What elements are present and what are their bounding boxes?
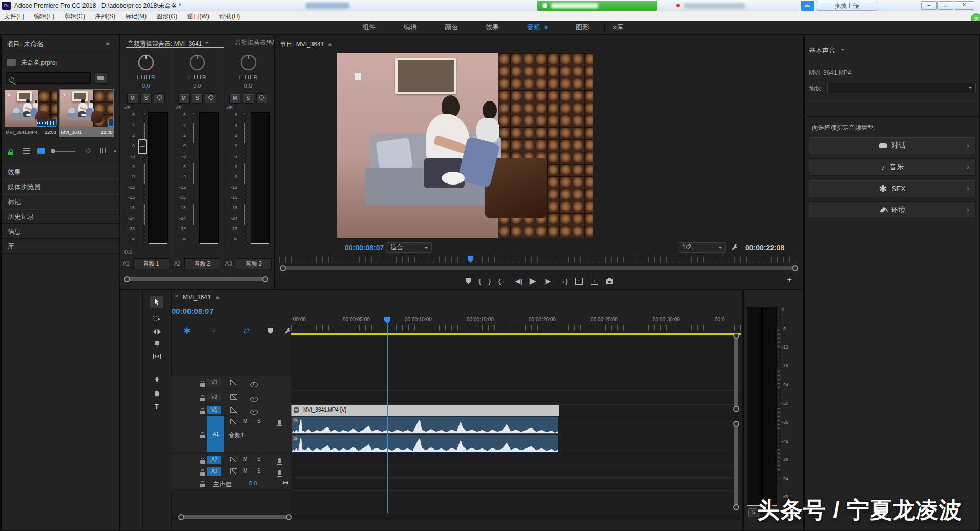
side-panel-tab[interactable]: 信息 bbox=[2, 224, 119, 239]
panel-menu-icon[interactable]: ≡ bbox=[216, 294, 219, 301]
fader-track[interactable] bbox=[142, 113, 145, 242]
pan-value[interactable]: 0.0 bbox=[120, 83, 172, 89]
mute-track-button[interactable]: M bbox=[243, 468, 247, 474]
hand-tool[interactable] bbox=[150, 387, 163, 399]
program-h-scrollbar[interactable] bbox=[282, 266, 796, 270]
lock-icon[interactable] bbox=[200, 484, 205, 487]
track-name-box[interactable]: 音频 3 bbox=[236, 258, 272, 269]
timeline-settings-wrench-icon[interactable] bbox=[283, 327, 291, 335]
keyframe-write-button[interactable] bbox=[154, 93, 165, 103]
lock-icon[interactable] bbox=[200, 411, 205, 414]
side-panel-tab[interactable]: 库 bbox=[2, 239, 119, 254]
zoom-slider[interactable] bbox=[51, 151, 75, 152]
maximize-button[interactable]: □ bbox=[937, 1, 953, 10]
export-frame-icon[interactable] bbox=[606, 279, 613, 284]
pan-knob[interactable] bbox=[137, 53, 155, 71]
audio-type-sfx-button[interactable]: SFX › bbox=[809, 180, 976, 197]
preset-select[interactable] bbox=[827, 83, 976, 93]
panel-menu-icon[interactable]: ≡ bbox=[106, 39, 109, 47]
step-forward-button[interactable]: |▶ bbox=[544, 277, 551, 285]
video-track-v-scrollbar[interactable] bbox=[734, 335, 738, 410]
sync-lock-icon[interactable] bbox=[230, 407, 237, 413]
panel-menu-icon[interactable]: ≡ bbox=[841, 47, 844, 54]
zoom-slider-handle[interactable] bbox=[51, 149, 55, 153]
lock-icon[interactable] bbox=[200, 472, 205, 476]
lock-icon[interactable] bbox=[200, 383, 205, 387]
master-volume[interactable]: 0.0 bbox=[249, 480, 257, 486]
program-mini-ruler[interactable] bbox=[279, 257, 799, 263]
keyframe-write-button[interactable] bbox=[205, 93, 216, 103]
sync-lock-icon[interactable] bbox=[230, 419, 237, 424]
bin-name[interactable]: 未命名.prproj bbox=[21, 58, 57, 67]
project-panel-tab[interactable]: 项目: 未命名 bbox=[7, 39, 44, 49]
panel-menu-icon[interactable]: ≡ bbox=[328, 40, 331, 48]
audio-type-ambience-button[interactable]: 环境 › bbox=[809, 201, 976, 219]
timeline-h-scrollbar[interactable] bbox=[181, 515, 289, 519]
clip-tile[interactable]: MVI_3641.MP4 22:08 bbox=[5, 90, 57, 136]
tab-assembly[interactable]: 组件 bbox=[349, 21, 388, 34]
icon-view-icon[interactable] bbox=[37, 148, 45, 154]
minimize-button[interactable]: – bbox=[921, 1, 937, 10]
linked-selection-icon[interactable]: ⇄ bbox=[243, 326, 250, 335]
pan-knob[interactable] bbox=[239, 53, 258, 71]
project-lock-icon[interactable] bbox=[8, 152, 13, 155]
menu-item[interactable]: 序列(S) bbox=[92, 12, 118, 21]
solo-button[interactable]: S bbox=[192, 94, 203, 104]
lift-icon[interactable]: ↑ bbox=[575, 278, 583, 285]
menu-item[interactable]: 帮助(H) bbox=[217, 12, 243, 21]
toggle-track-output-icon[interactable] bbox=[250, 397, 258, 402]
extract-icon[interactable]: ↓ bbox=[591, 278, 598, 285]
menu-item[interactable]: 剪辑(C) bbox=[61, 12, 88, 21]
tab-overflow-icon[interactable]: » bbox=[267, 37, 270, 45]
solo-track-button[interactable]: S bbox=[257, 456, 261, 462]
sequence-tab-close-icon[interactable]: × bbox=[175, 293, 178, 300]
side-panel-tab[interactable]: 标记 bbox=[2, 194, 119, 209]
settings-wrench-icon[interactable] bbox=[730, 243, 738, 252]
snap-magnet-icon[interactable]: ∩ bbox=[211, 326, 216, 335]
menu-item[interactable]: 编辑(E) bbox=[31, 12, 57, 21]
solo-button[interactable]: S bbox=[140, 94, 152, 104]
mute-button[interactable]: M bbox=[178, 94, 190, 104]
video-clip[interactable]: fx MVI_3641.MP4 [V] bbox=[291, 405, 559, 416]
side-panel-tab[interactable]: 媒体浏览器 bbox=[2, 179, 119, 194]
solo-button[interactable]: S bbox=[243, 94, 254, 104]
track-name-a1[interactable]: A1 bbox=[207, 416, 224, 452]
track-name-box[interactable]: 音频 1 bbox=[133, 258, 169, 269]
mark-out-button[interactable]: } bbox=[489, 277, 491, 285]
panel-menu-icon[interactable]: ≡ bbox=[205, 40, 208, 47]
timeline-current-time[interactable]: 00:00:08:07 bbox=[172, 307, 214, 315]
menu-item[interactable]: 文件(F) bbox=[2, 12, 27, 21]
audio-type-music-button[interactable]: ♪ 音乐 › bbox=[809, 158, 976, 176]
track-name-v1[interactable]: V1 bbox=[207, 406, 221, 414]
slip-tool[interactable] bbox=[150, 351, 163, 362]
playback-resolution-select[interactable]: 1/2 bbox=[678, 242, 726, 253]
tab-menu-icon[interactable]: ≡ bbox=[545, 24, 548, 30]
mute-track-button[interactable]: M bbox=[243, 418, 247, 424]
sequence-tab[interactable]: MVI_3641 bbox=[183, 294, 211, 301]
toolbar-more-icon[interactable] bbox=[114, 150, 116, 152]
pen-tool[interactable] bbox=[150, 374, 163, 385]
tab-audio[interactable]: 音频≡ bbox=[514, 21, 560, 34]
ruler-ticks[interactable] bbox=[291, 325, 741, 331]
toggle-track-output-icon[interactable] bbox=[250, 382, 258, 387]
step-back-button[interactable]: ◀| bbox=[515, 277, 522, 285]
audio-track-v-scrollbar[interactable] bbox=[734, 423, 738, 508]
parent-bin-icon[interactable] bbox=[7, 59, 16, 66]
track-name-a2[interactable]: A2 bbox=[207, 456, 221, 464]
timeline-add-marker-icon[interactable] bbox=[268, 328, 273, 334]
volume-value[interactable]: 0.0 bbox=[124, 249, 132, 255]
sort-icon[interactable]: ◇ bbox=[86, 146, 91, 154]
side-panel-tab[interactable]: 历史记录 bbox=[2, 209, 119, 224]
audio-type-dialogue-button[interactable]: 对话 › bbox=[809, 137, 976, 154]
add-button[interactable]: + bbox=[787, 275, 792, 285]
pan-value[interactable]: 0.0 bbox=[172, 83, 223, 89]
track-select-tool[interactable] bbox=[150, 313, 163, 324]
pan-knob[interactable] bbox=[188, 53, 206, 71]
track-name-v2[interactable]: V2 bbox=[207, 393, 221, 401]
program-tab[interactable]: 节目: MVI_3641 bbox=[280, 40, 324, 48]
voiceover-record-icon[interactable] bbox=[278, 470, 281, 475]
menu-item[interactable]: 标记(M) bbox=[122, 12, 149, 21]
sync-lock-icon[interactable] bbox=[230, 468, 237, 474]
essential-sound-tab[interactable]: 基本声音 bbox=[809, 47, 836, 54]
pan-value[interactable]: 0.0 bbox=[223, 83, 274, 89]
